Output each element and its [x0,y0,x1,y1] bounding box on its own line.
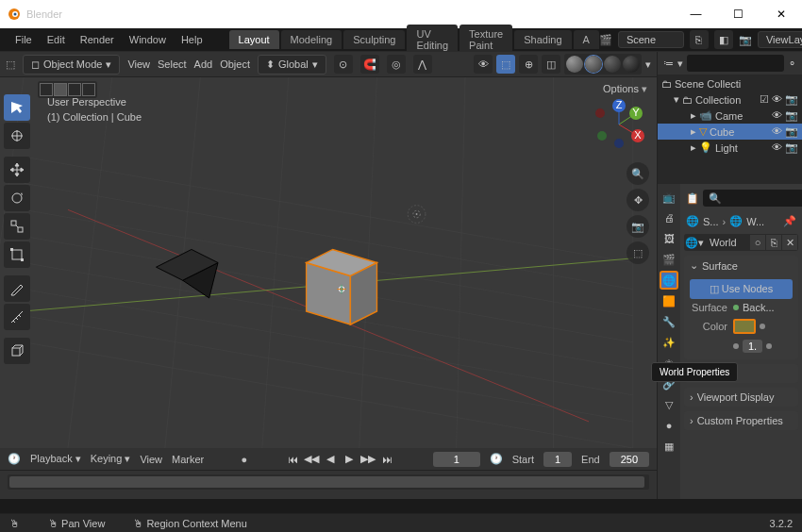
scene-selector[interactable]: Scene [618,31,684,48]
output-tab-icon[interactable]: 🖨 [660,208,678,227]
proportional-icon[interactable]: ◎ [387,55,406,74]
outliner-search[interactable] [687,55,784,72]
orientation-selector[interactable]: ⬍ Global ▾ [258,55,326,75]
texture-tab-icon[interactable]: ▦ [660,437,678,456]
pivot-icon[interactable]: ⊙ [334,55,353,74]
vp-menu-add[interactable]: Add [194,58,213,70]
misc-icon[interactable]: ⋀ [413,55,432,74]
world-users-icon[interactable]: ○ [750,235,765,250]
object-tab-icon[interactable]: 🟧 [660,291,678,310]
outliner-editor-icon[interactable]: ≔ [663,58,674,70]
timeline-view[interactable]: View [140,454,162,465]
filter-icon[interactable]: ⚬ [788,58,796,70]
render-tab-icon[interactable]: 📺 [660,188,678,207]
world-new-icon[interactable]: ⎘ [766,235,781,250]
timeline-playback[interactable]: Playback ▾ [30,453,81,465]
next-keyframe-icon[interactable]: ▶▶ [359,451,376,468]
custom-props-header[interactable]: › Custom Properties [684,411,798,430]
tab-modeling[interactable]: Modeling [281,30,343,49]
tree-collection[interactable]: ▾ 🗀 Collection ☑👁📷 [658,91,802,108]
measure-tool[interactable] [4,304,30,330]
nav-gizmo[interactable]: X Y Z [591,96,647,153]
data-tab-icon[interactable]: ▽ [660,395,678,414]
material-tab-icon[interactable]: ● [660,416,678,435]
shading-dropdown-icon[interactable]: ▾ [645,58,651,71]
color-node-socket[interactable] [760,324,765,329]
jump-end-icon[interactable]: ⏭ [378,451,395,468]
timeline-scrubber[interactable] [8,474,649,490]
snap-icon[interactable]: 🧲 [360,55,379,74]
tab-layout[interactable]: Layout [229,30,279,49]
minimize-button[interactable]: — [675,0,717,28]
select-box-tool[interactable] [4,94,30,121]
menu-render[interactable]: Render [73,31,122,48]
menu-edit[interactable]: Edit [40,31,73,48]
scene-tab-icon[interactable]: 🎬 [660,250,678,269]
tab-anim[interactable]: A [574,30,599,49]
props-editor-icon[interactable]: 📋 [686,192,699,205]
add-cube-tool[interactable] [4,338,30,364]
maximize-button[interactable]: ☐ [717,0,760,28]
tab-texture[interactable]: Texture Paint [459,25,512,55]
eye-icon[interactable]: 👁 [772,93,782,106]
xray-icon[interactable]: ◫ [542,55,560,74]
modifier-tab-icon[interactable]: 🔧 [660,312,678,331]
eye-icon[interactable]: 👁 [772,109,782,122]
menu-window[interactable]: Window [122,31,174,48]
play-reverse-icon[interactable]: ◀ [322,451,339,468]
pin-icon[interactable]: 📌 [783,215,796,227]
props-search[interactable] [703,190,802,207]
viewport-3d[interactable]: User Perspective (1) Collection | Cube O… [0,77,657,448]
world-unlink-icon[interactable]: ✕ [782,235,797,250]
disclosure-icon[interactable]: ▸ [691,125,696,138]
use-nodes-button[interactable]: ◫ Use Nodes [690,279,793,299]
eye-icon[interactable]: 👁 [772,141,782,154]
surface-header[interactable]: ⌄ Surface [684,256,798,275]
timeline-marker[interactable]: Marker [172,454,204,465]
camera-icon[interactable]: 📷 [785,109,798,122]
overlay-toggle-icon[interactable]: ⊕ [519,55,538,74]
move-tool[interactable] [4,157,30,183]
transform-tool[interactable] [4,241,30,268]
rotate-tool[interactable] [4,185,30,211]
solid-shading-icon[interactable] [585,56,602,73]
surface-shader-value[interactable]: Back... [733,302,793,313]
viewport-options[interactable]: Options ▾ [603,83,647,95]
move-view-icon[interactable]: ✥ [627,189,649,211]
strength-input[interactable]: 1. [743,340,762,353]
timeline-keying[interactable]: Keying ▾ [91,453,131,465]
outliner-mode-icon[interactable]: ▾ [677,58,683,70]
viewlayer-selector[interactable]: ViewLayer [758,31,802,48]
mode-selector[interactable]: ◻ Object Mode ▾ [23,55,120,75]
particle-tab-icon[interactable]: ✨ [660,333,678,352]
menu-help[interactable]: Help [174,31,210,48]
scene-new-icon[interactable]: ◧ [714,30,733,49]
prev-keyframe-icon[interactable]: ◀◀ [303,451,320,468]
annotate-tool[interactable] [4,275,30,302]
tab-sculpting[interactable]: Sculpting [343,30,405,49]
tree-light[interactable]: ▸ 💡 Light 👁📷 [658,140,802,156]
autokey-icon[interactable]: ● [242,454,248,465]
play-icon[interactable]: ▶ [341,451,358,468]
wireframe-shading-icon[interactable] [566,56,583,73]
cursor-tool[interactable] [4,123,30,149]
jump-start-icon[interactable]: ⏮ [284,451,301,468]
menu-file[interactable]: File [8,31,40,48]
viewport-display-header[interactable]: › Viewport Display [684,388,798,407]
vp-menu-object[interactable]: Object [220,58,250,70]
gizmo-toggle-icon[interactable]: ⬚ [496,55,515,74]
world-datablock[interactable]: 🌐▾ World ○ ⎘ ✕ [684,234,798,251]
disclosure-icon[interactable]: ▸ [691,109,696,122]
current-frame-input[interactable]: 1 [433,452,480,467]
tab-uv[interactable]: UV Editing [407,25,458,55]
rendered-shading-icon[interactable] [623,56,640,73]
camera-icon[interactable]: 📷 [785,93,798,106]
disclosure-icon[interactable]: ▾ [674,93,679,106]
zoom-icon[interactable]: 🔍 [627,162,649,185]
scale-tool[interactable] [4,213,30,240]
tree-camera[interactable]: ▸ 📹 Came 👁📷 [658,108,802,124]
close-button[interactable]: ✕ [760,0,802,28]
camera-icon[interactable]: 📷 [785,141,798,154]
world-color-swatch[interactable] [733,319,756,334]
eye-icon[interactable]: 👁 [772,125,782,138]
